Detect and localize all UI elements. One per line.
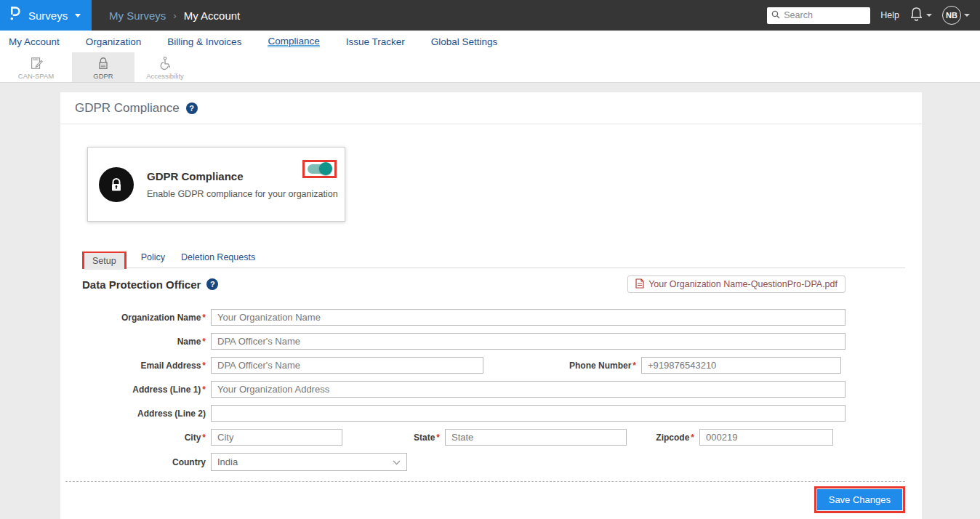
pdf-file-icon [635, 278, 644, 291]
nav-item-billing-invoices[interactable]: Billing & Invoices [167, 36, 241, 47]
top-bar: Surveys My Surveys › My Account Help NB [0, 0, 980, 31]
search-icon [771, 9, 780, 22]
page-title: GDPR Compliance [75, 101, 180, 116]
country-value: India [217, 456, 238, 467]
chevron-down-icon [926, 14, 932, 17]
breadcrumb: My Surveys › My Account [109, 9, 240, 22]
lock-in-circle-icon [99, 167, 134, 202]
account-menu[interactable]: NB [942, 6, 970, 25]
section-title: Data Protection Officer [82, 278, 201, 291]
toggle-knob [319, 162, 332, 175]
annotation-box-save: Save Changes [814, 486, 905, 513]
search-input[interactable] [784, 10, 866, 20]
account-nav: My Account Organization Billing & Invoic… [0, 31, 980, 52]
email-label: Email Address* [60, 361, 206, 371]
panel-header: GDPR Compliance ? [60, 92, 922, 124]
gdpr-compliance-card: GDPR Compliance Enable GDPR compliance f… [87, 147, 345, 222]
city-field[interactable] [211, 429, 342, 446]
state-label: State* [342, 432, 440, 443]
questionpro-logo-icon [9, 4, 21, 26]
address2-label: Address (Line 2) [60, 409, 206, 419]
padlock-icon [96, 56, 111, 71]
annotation-box-setup-tab: Setup [82, 252, 126, 269]
setup-tabs: Setup Policy Deletion Requests [82, 249, 905, 268]
city-label: City* [60, 432, 206, 443]
email-field[interactable] [211, 357, 483, 374]
notifications-menu[interactable] [909, 7, 932, 25]
phone-label: Phone Number* [483, 361, 636, 371]
address-line1-field[interactable] [211, 381, 846, 398]
notepad-pencil-icon [29, 56, 44, 71]
country-label: Country [60, 457, 206, 467]
page-background: GDPR Compliance ? GDPR Compliance Enable… [0, 83, 980, 519]
zipcode-label: Zipcode* [627, 432, 694, 443]
dpa-pdf-download-button[interactable]: Your Organization Name-QuestionPro-DPA.p… [627, 275, 846, 293]
dpo-form: Organization Name* Name* Email Address* … [60, 309, 922, 471]
nav-item-global-settings[interactable]: Global Settings [431, 36, 498, 47]
address1-label: Address (Line 1)* [60, 385, 206, 395]
nav-item-organization[interactable]: Organization [86, 36, 142, 47]
form-actions: Save Changes [60, 486, 905, 513]
annotation-box-toggle [302, 160, 337, 178]
phone-field[interactable] [641, 357, 841, 374]
tab-deletion-requests[interactable]: Deletion Requests [180, 249, 257, 267]
breadcrumb-separator: › [173, 10, 176, 21]
form-row-city-state-zip: City* State* Zipcode* [60, 429, 922, 446]
chevron-down-icon [393, 456, 401, 467]
help-icon[interactable]: ? [206, 278, 218, 290]
avatar: NB [942, 6, 961, 25]
form-row-address2: Address (Line 2) [60, 405, 922, 422]
product-switcher-button[interactable]: Surveys [0, 0, 92, 31]
form-row-address1: Address (Line 1)* [60, 381, 922, 398]
form-row-email-phone: Email Address* Phone Number* [60, 357, 922, 374]
breadcrumb-my-account: My Account [184, 9, 241, 22]
subtab-label: CAN-SPAM [18, 72, 54, 80]
compliance-subtabs: CAN-SPAM GDPR Accessibility [0, 52, 980, 83]
wheelchair-icon [158, 56, 172, 71]
organization-name-field[interactable] [211, 309, 846, 326]
subtab-label: GDPR [93, 72, 113, 80]
section-header: Data Protection Officer ? Your Organizat… [82, 275, 905, 293]
nav-item-my-account[interactable]: My Account [9, 36, 60, 47]
address-line2-field[interactable] [211, 405, 846, 422]
name-field[interactable] [211, 333, 846, 350]
help-link[interactable]: Help [880, 10, 899, 20]
topbar-right: Help NB [767, 6, 980, 25]
gdpr-panel: GDPR Compliance ? GDPR Compliance Enable… [60, 92, 922, 519]
card-description: Enable GDPR compliance for your organiza… [147, 189, 338, 199]
subtab-can-spam[interactable]: CAN-SPAM [0, 52, 72, 82]
tab-setup[interactable]: Setup [84, 253, 124, 270]
chevron-down-icon [964, 14, 970, 17]
form-row-country: Country India [60, 453, 922, 471]
nav-item-issue-tracker[interactable]: Issue Tracker [346, 36, 405, 47]
save-changes-button[interactable]: Save Changes [817, 489, 902, 510]
country-select[interactable]: India [211, 453, 407, 471]
subtab-label: Accessibility [146, 72, 184, 80]
pdf-button-label: Your Organization Name-QuestionPro-DPA.p… [648, 279, 838, 289]
product-label: Surveys [28, 9, 68, 22]
bell-icon [909, 7, 923, 25]
chevron-down-icon [75, 14, 81, 17]
tab-policy[interactable]: Policy [140, 249, 166, 267]
search-box[interactable] [767, 7, 870, 24]
help-icon[interactable]: ? [186, 102, 198, 114]
state-field[interactable] [445, 429, 627, 446]
nav-item-compliance[interactable]: Compliance [268, 36, 319, 47]
subtab-gdpr[interactable]: GDPR [72, 52, 134, 82]
form-row-name: Name* [60, 333, 922, 350]
form-row-organization: Organization Name* [60, 309, 922, 326]
name-label: Name* [60, 337, 206, 347]
form-divider [65, 481, 905, 482]
zipcode-field[interactable] [699, 429, 833, 446]
gdpr-toggle[interactable] [308, 164, 332, 174]
subtab-accessibility[interactable]: Accessibility [134, 52, 196, 82]
organization-name-label: Organization Name* [60, 313, 206, 323]
breadcrumb-my-surveys[interactable]: My Surveys [109, 9, 166, 22]
